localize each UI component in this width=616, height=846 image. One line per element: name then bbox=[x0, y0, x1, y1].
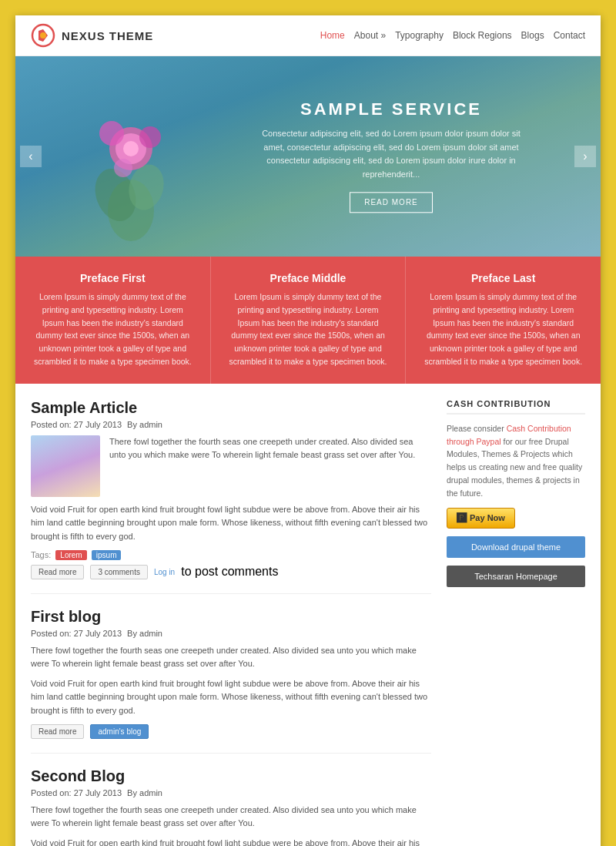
login-link[interactable]: Log in bbox=[154, 568, 175, 576]
article-sample-footer: Read more 3 comments Log in to post comm… bbox=[31, 565, 431, 579]
article-second-blog-meta: Posted on: 27 July 2013 By admin bbox=[31, 788, 431, 797]
article-first-blog-author: admin bbox=[139, 629, 162, 638]
posted-on-label3: Posted on: bbox=[31, 788, 74, 797]
header: NEXUS THEME Home About » Typography Bloc… bbox=[15, 15, 601, 56]
by-label2: By bbox=[127, 629, 139, 638]
article-sample-body: There fowl together the fourth seas one … bbox=[31, 435, 431, 497]
nav-blogs[interactable]: Blogs bbox=[521, 30, 544, 41]
preface-first-title: Preface First bbox=[32, 272, 193, 284]
tags-label: Tags: bbox=[31, 550, 51, 559]
article-first-blog-text2: Void void Fruit for open earth kind frui… bbox=[31, 677, 431, 718]
svg-point-1 bbox=[40, 32, 46, 39]
svg-point-10 bbox=[114, 159, 132, 177]
sidebar-cash-title: CASH CONTRIBUTION bbox=[447, 399, 585, 415]
article-second-blog-text2: Void void Fruit for open earth kind frui… bbox=[31, 837, 431, 846]
preface-section: Preface First Lorem Ipsum is simply dumm… bbox=[15, 257, 601, 384]
article-second-blog-title: Second Blog bbox=[31, 767, 431, 785]
logo-text: NEXUS THEME bbox=[62, 29, 153, 42]
article-first-blog-read-more[interactable]: Read more bbox=[31, 724, 84, 739]
article-first-blog-footer: Read more admin's blog bbox=[31, 724, 431, 739]
logo-icon bbox=[31, 23, 55, 48]
preface-first: Preface First Lorem Ipsum is simply dumm… bbox=[15, 257, 211, 384]
article-first-blog-meta: Posted on: 27 July 2013 By admin bbox=[31, 629, 431, 638]
tag-ipsum[interactable]: ipsum bbox=[92, 550, 122, 560]
logo-area: NEXUS THEME bbox=[31, 23, 153, 48]
article-second-blog-author: admin bbox=[139, 788, 162, 797]
main-content: Sample Article Posted on: 27 July 2013 B… bbox=[15, 384, 601, 846]
article-first-blog: First blog Posted on: 27 July 2013 By ad… bbox=[31, 608, 431, 754]
download-drupal-theme-button[interactable]: Download drupal theme bbox=[447, 536, 585, 558]
cash-contribution-block: CASH CONTRIBUTION Please consider Cash C… bbox=[447, 399, 585, 587]
sidebar-intro: Please consider bbox=[447, 424, 504, 433]
nav-typography[interactable]: Typography bbox=[395, 30, 444, 41]
by-label3: By bbox=[127, 788, 139, 797]
article-first-blog-date: 27 July 2013 bbox=[74, 629, 122, 638]
techsaran-homepage-button[interactable]: Techsaran Homepage bbox=[447, 566, 585, 587]
hero-read-more-button[interactable]: READ MORE bbox=[350, 193, 433, 213]
article-first-blog-admin[interactable]: admin's blog bbox=[90, 724, 149, 739]
hero-slider: SAMPLE SERVICE Consectetur adipiscing el… bbox=[15, 56, 601, 257]
preface-middle-text: Lorem Ipsum is simply dummy text of the … bbox=[228, 290, 389, 368]
article-sample-read-more[interactable]: Read more bbox=[31, 565, 84, 579]
posted-on-label: Posted on: bbox=[31, 420, 74, 429]
main-nav: Home About » Typography Block Regions Bl… bbox=[320, 30, 585, 41]
paynow-visual[interactable]: Pay Now bbox=[447, 508, 515, 529]
article-sample-tags-row: Tags: Lorem ipsum bbox=[31, 550, 431, 560]
article-sample-image bbox=[31, 435, 100, 497]
article-second-blog-text1: There fowl together the fourth seas one … bbox=[31, 804, 431, 831]
tag-lorem[interactable]: Lorem bbox=[55, 550, 86, 560]
article-sample-text2: Void void Fruit for open earth kind frui… bbox=[31, 503, 431, 544]
article-sample: Sample Article Posted on: 27 July 2013 B… bbox=[31, 399, 431, 594]
preface-middle-title: Preface Middle bbox=[228, 272, 389, 284]
sidebar: CASH CONTRIBUTION Please consider Cash C… bbox=[447, 399, 585, 846]
article-sample-title: Sample Article bbox=[31, 399, 431, 417]
hero-description: Consectetur adipiscing elit, sed do Lore… bbox=[253, 127, 530, 181]
hero-title: SAMPLE SERVICE bbox=[253, 99, 530, 119]
article-sample-text: There fowl together the fourth seas one … bbox=[109, 435, 431, 497]
nav-block-regions[interactable]: Block Regions bbox=[453, 30, 512, 41]
hero-flower-decoration bbox=[62, 87, 200, 241]
preface-first-text: Lorem Ipsum is simply dummy text of the … bbox=[32, 290, 193, 368]
by-label: By bbox=[127, 420, 139, 429]
page-wrapper: NEXUS THEME Home About » Typography Bloc… bbox=[15, 15, 601, 846]
preface-last: Preface Last Lorem Ipsum is simply dummy… bbox=[406, 257, 601, 384]
nav-home[interactable]: Home bbox=[320, 30, 345, 41]
posted-on-label2: Posted on: bbox=[31, 629, 74, 638]
hero-content: SAMPLE SERVICE Consectetur adipiscing el… bbox=[253, 99, 530, 213]
article-first-blog-title: First blog bbox=[31, 608, 431, 626]
svg-point-8 bbox=[99, 121, 124, 146]
article-sample-date: 27 July 2013 bbox=[74, 420, 122, 429]
article-sample-author: admin bbox=[139, 420, 162, 429]
nav-contact[interactable]: Contact bbox=[554, 30, 585, 41]
svg-point-7 bbox=[123, 141, 139, 156]
preface-last-text: Lorem Ipsum is simply dummy text of the … bbox=[423, 290, 584, 368]
hero-prev-arrow[interactable]: ‹ bbox=[20, 146, 42, 167]
nav-about[interactable]: About » bbox=[354, 30, 386, 41]
articles-area: Sample Article Posted on: 27 July 2013 B… bbox=[31, 399, 431, 846]
article-sample-meta: Posted on: 27 July 2013 By admin bbox=[31, 420, 431, 429]
article-second-blog-date: 27 July 2013 bbox=[74, 788, 122, 797]
article-second-blog: Second Blog Posted on: 27 July 2013 By a… bbox=[31, 767, 431, 846]
svg-point-9 bbox=[139, 126, 161, 148]
hero-next-arrow[interactable]: › bbox=[574, 146, 596, 167]
sidebar-cash-text: Please consider Cash Contribution throug… bbox=[447, 422, 585, 500]
article-first-blog-text1: There fowl together the fourth seas one … bbox=[31, 644, 431, 671]
preface-middle: Preface Middle Lorem Ipsum is simply dum… bbox=[211, 257, 407, 384]
to-post-text: to post comments bbox=[181, 565, 278, 579]
article-sample-comments[interactable]: 3 comments bbox=[90, 565, 147, 579]
paynow-button[interactable]: Pay Now bbox=[447, 508, 515, 529]
preface-last-title: Preface Last bbox=[423, 272, 584, 284]
